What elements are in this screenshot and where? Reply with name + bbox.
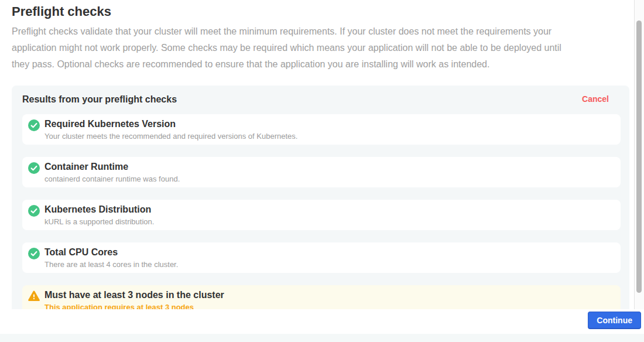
panel-header: Results from your preflight checks Cance…	[22, 94, 621, 105]
preflight-check-row: Container Runtime containerd container r…	[22, 157, 621, 187]
check-text: Required Kubernetes Version Your cluster…	[44, 119, 297, 141]
warning-triangle-icon	[28, 290, 40, 302]
success-check-icon	[28, 119, 40, 131]
bottom-strip	[0, 334, 644, 342]
page-description: Preflight checks validate that your clus…	[12, 23, 633, 73]
preflight-check-row: Required Kubernetes Version Your cluster…	[22, 114, 621, 145]
success-check-icon	[28, 248, 40, 259]
preflight-check-row: Total CPU Cores There are at least 4 cor…	[22, 242, 621, 273]
page-title: Preflight checks	[12, 4, 633, 19]
continue-button[interactable]: Continue	[588, 312, 641, 329]
check-description: kURL is a supported distribution.	[44, 217, 154, 226]
check-title: Kubernetes Distribution	[44, 204, 154, 215]
check-title: Total CPU Cores	[44, 247, 178, 258]
check-description: Your cluster meets the recommended and r…	[44, 132, 297, 141]
preflight-check-row-warning: Must have at least 3 nodes in the cluste…	[22, 285, 621, 309]
success-check-icon	[28, 205, 40, 217]
action-footer: Continue	[0, 309, 644, 334]
preflight-checks-page: Preflight checks Preflight checks valida…	[0, 0, 644, 342]
success-check-icon	[28, 162, 40, 174]
check-description: This application requires at least 3 nod…	[44, 303, 224, 309]
preflight-check-row: Kubernetes Distribution kURL is a suppor…	[22, 200, 621, 230]
page-description-line: Preflight checks validate that your clus…	[12, 23, 633, 40]
check-text: Container Runtime containerd container r…	[44, 162, 180, 183]
check-title: Must have at least 3 nodes in the cluste…	[44, 290, 224, 300]
check-text: Total CPU Cores There are at least 4 cor…	[44, 247, 178, 269]
check-description: containerd container runtime was found.	[44, 175, 180, 183]
page-description-line: they pass. Optional checks are recommend…	[12, 56, 633, 73]
preflight-results-panel: Results from your preflight checks Cance…	[12, 86, 629, 309]
check-title: Container Runtime	[44, 162, 180, 172]
check-description: There are at least 4 cores in the cluste…	[44, 260, 178, 269]
scrollable-content: Preflight checks Preflight checks valida…	[0, 0, 633, 309]
check-title: Required Kubernetes Version	[44, 119, 297, 129]
cancel-button[interactable]: Cancel	[582, 94, 609, 105]
check-text: Must have at least 3 nodes in the cluste…	[44, 290, 224, 309]
vertical-scrollbar-thumb[interactable]	[636, 20, 642, 293]
check-text: Kubernetes Distribution kURL is a suppor…	[44, 204, 154, 226]
panel-title: Results from your preflight checks	[22, 94, 177, 105]
page-description-line: application might not work properly. Som…	[12, 40, 633, 56]
